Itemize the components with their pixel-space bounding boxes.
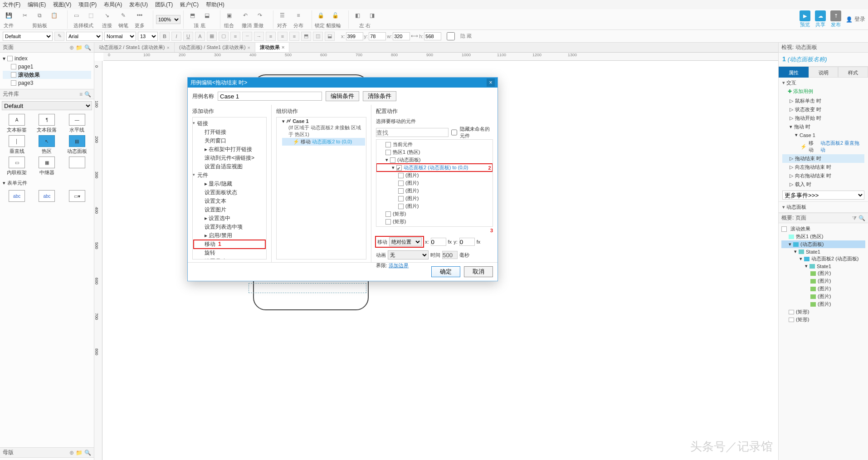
action-item[interactable]: 旋转 — [194, 249, 265, 257]
fx-button[interactable]: fx — [448, 239, 452, 245]
action-item[interactable]: 设置自适应视图 — [194, 162, 265, 171]
widget-row[interactable]: (矩形) — [376, 218, 493, 225]
action-item[interactable]: 关闭窗口 — [194, 137, 265, 145]
organize-tree[interactable]: ▾ 🗲 Case 1 (If 区域于 动态面板2 未接触 区域于 热区1) ⚡ … — [276, 117, 366, 259]
widget-row[interactable]: (图片) — [376, 202, 493, 210]
widget-row-selected[interactable]: ▾动态面板2 (动态面板) to (0,0)2 — [376, 164, 493, 171]
widget-list[interactable]: 当前元件 热区1 (热区) ▾(动态面板) ▾动态面板2 (动态面板) to (… — [376, 139, 493, 227]
case-condition-text: (If 区域于 动态面板2 未接触 区域于 热区1) — [282, 124, 365, 138]
organize-action-header: 组织动作 — [276, 108, 366, 115]
action-item[interactable]: ▸ 设置选中 — [194, 214, 265, 223]
move-y-input[interactable] — [459, 238, 475, 246]
widget-row[interactable]: ▾(动态面板) — [376, 156, 493, 164]
action-item[interactable]: 设置尺寸 — [194, 257, 265, 259]
animation-type-select[interactable]: 无 — [388, 250, 429, 259]
marker-3: 3 — [376, 228, 493, 233]
case-name-label: 用例名称 — [192, 93, 214, 100]
configure-action-header: 配置动作 — [376, 108, 493, 115]
org-action-selected[interactable]: ⚡ 移动 动态面板2 to (0,0) — [282, 138, 365, 146]
x-coord-label: x: — [425, 239, 429, 245]
action-item[interactable]: 滚动到元件<描链接> — [194, 154, 265, 162]
widget-row[interactable]: (图片) — [376, 179, 493, 187]
move-label: 移动 — [377, 239, 387, 245]
edit-condition-button[interactable]: 编辑条件 — [326, 91, 359, 101]
action-item[interactable]: ▸ 启用/禁用 — [194, 231, 265, 240]
animation-label: 动画 — [376, 252, 386, 259]
dialog-title: 用例编辑<拖动结束 时> — [190, 79, 247, 87]
widget-row[interactable]: (图片) — [376, 195, 493, 202]
action-item[interactable]: 设置面板状态 — [194, 188, 265, 197]
widget-row[interactable]: 当前元件 — [376, 141, 493, 148]
widget-row[interactable]: (矩形) — [376, 210, 493, 218]
fx-button[interactable]: fx — [477, 239, 481, 245]
action-item[interactable]: 设置列表选中项 — [194, 223, 265, 231]
cancel-button[interactable]: 取消 — [464, 266, 493, 277]
ok-button[interactable]: 确定 — [431, 266, 460, 277]
time-label: 时间 — [430, 252, 440, 259]
select-widget-label: 选择要移动的元件 — [376, 118, 493, 125]
case-name-input[interactable] — [218, 92, 322, 101]
add-action-header: 添加动作 — [192, 108, 267, 115]
animation-time-input — [442, 251, 458, 259]
action-item[interactable]: 打开链接 — [194, 128, 265, 137]
hide-unnamed-checkbox[interactable] — [451, 129, 457, 136]
widget-row[interactable]: (图片) — [376, 187, 493, 195]
action-tree[interactable]: ▾链接 打开链接 关闭窗口 ▸ 在框架中打开链接 滚动到元件<描链接> 设置自适… — [192, 117, 267, 259]
widget-row[interactable]: 热区1 (热区) — [376, 148, 493, 156]
y-coord-label: y: — [454, 239, 458, 245]
hide-unnamed-label: 隐藏未命名的元件 — [460, 126, 493, 139]
action-item-move[interactable]: 移动1 — [194, 240, 265, 249]
action-item[interactable]: 设置文本 — [194, 197, 265, 206]
dialog-close-button[interactable]: × — [487, 78, 495, 87]
modal-overlay: 用例编辑<拖动结束 时> × 用例名称 编辑条件 清除条件 添加动作 ▾链接 打… — [0, 0, 868, 460]
widget-row[interactable]: (图片) — [376, 171, 493, 179]
action-item[interactable]: 设置图片 — [194, 206, 265, 214]
move-type-select[interactable]: 绝对位置 — [389, 237, 422, 246]
move-x-input[interactable] — [431, 238, 446, 246]
action-item[interactable]: ▸ 显示/隐藏 — [194, 180, 265, 188]
time-unit: 毫秒 — [459, 252, 469, 259]
case-editor-dialog: 用例编辑<拖动结束 时> × 用例名称 编辑条件 清除条件 添加动作 ▾链接 打… — [187, 77, 498, 281]
action-item[interactable]: ▸ 在框架中打开链接 — [194, 145, 265, 154]
widget-search-input[interactable] — [376, 128, 449, 137]
clear-condition-button[interactable]: 清除条件 — [363, 91, 396, 101]
